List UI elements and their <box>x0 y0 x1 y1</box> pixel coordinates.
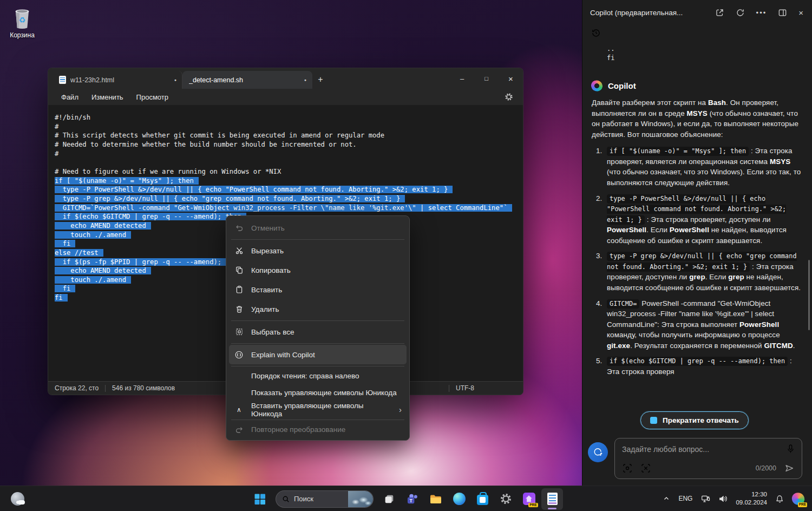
code-line: # <box>55 149 523 159</box>
search-input[interactable] <box>294 495 348 503</box>
context-menu-item-label: Explain with Copilot <box>251 351 315 359</box>
new-tab-button[interactable]: + <box>312 71 329 88</box>
edge-button[interactable] <box>448 488 470 510</box>
more-options-icon[interactable]: ••• <box>756 9 767 17</box>
context-menu-item[interactable]: Вставить <box>229 280 407 299</box>
taskbar-search[interactable] <box>276 490 374 508</box>
context-menu-item-label: Показать управляющие символы Юникода <box>251 389 397 397</box>
copilot-header: Copilot (предварительная... ••• × <box>582 0 812 25</box>
tab-strip: w11-23h2.html●_detect-amend.sh● <box>53 71 312 89</box>
context-menu-item-label: Копировать <box>251 266 291 274</box>
copilot-conversation: ..fi Copilot Давайте разберем этот скрип… <box>582 25 812 408</box>
notifications-bell-icon[interactable] <box>774 492 786 506</box>
delete-icon <box>234 305 244 313</box>
start-button[interactable] <box>249 488 271 510</box>
retry-icon <box>234 425 244 434</box>
snip-icon[interactable] <box>640 463 651 474</box>
notepad-taskbar-button[interactable] <box>541 488 563 510</box>
context-menu-item[interactable]: Порядок чтения: справа налево <box>229 368 407 384</box>
recycle-bin-icon: ♻ <box>10 4 35 30</box>
chat-input-box[interactable]: 0/2000 <box>614 438 802 479</box>
widgets-button[interactable] <box>6 488 28 509</box>
copilot-step: 5.if $(echo $GITCMD | grep -q -- --amend… <box>596 356 801 377</box>
select-all-icon <box>234 327 244 336</box>
cut-icon <box>234 246 244 255</box>
dev-home-button[interactable]: PRE <box>518 488 540 510</box>
teams-button[interactable]: T <box>402 488 423 510</box>
scrollbar-thumb[interactable] <box>808 260 810 330</box>
send-icon[interactable] <box>784 463 795 474</box>
context-menu-item-label: Повторное преобразование <box>251 425 345 434</box>
context-menu-item[interactable]: Вырезать <box>229 241 407 260</box>
copilot-footer: Прекратите отвечать 0/2000 <box>582 408 812 486</box>
taskbar: T <box>0 486 812 511</box>
menu-items: ФайлИзменитьПросмотр <box>55 91 175 103</box>
notepad-app-icon <box>547 493 558 505</box>
status-cursor-position: Строка 22, сто <box>55 384 99 392</box>
copilot-tray-button[interactable]: PRE <box>791 492 806 506</box>
file-explorer-button[interactable] <box>425 488 447 510</box>
context-menu: ОтменитьВырезатьКопироватьВставитьУдалит… <box>226 215 410 441</box>
network-icon[interactable] <box>699 492 712 506</box>
menu-separator <box>231 239 404 240</box>
settings-button[interactable] <box>495 488 516 510</box>
code-line: # Needed to determine whether the build … <box>55 140 523 149</box>
code-line: if [ "$(uname -o)" = "Msys" ]; then <box>55 176 523 186</box>
menu-Файл[interactable]: Файл <box>55 91 85 103</box>
store-button[interactable] <box>472 488 493 510</box>
copilot-bot-name: Copilot <box>608 81 636 90</box>
context-menu-item[interactable]: ∧Вставить управляющие символы Юникода› <box>229 401 407 418</box>
refresh-icon[interactable] <box>736 8 745 17</box>
context-menu-item[interactable]: Explain with Copilot <box>229 345 407 364</box>
volume-icon[interactable] <box>717 492 729 506</box>
menu-separator <box>231 420 404 420</box>
search-icon <box>282 495 290 503</box>
menu-separator <box>231 320 404 321</box>
weather-icon <box>11 492 24 506</box>
new-topic-button[interactable] <box>588 442 608 462</box>
copilot-steps: 1.if [ "$(uname -o)" = "Msys" ]; then : … <box>592 146 801 377</box>
minimize-button[interactable]: – <box>450 68 474 89</box>
split-panel-icon[interactable] <box>778 8 787 17</box>
tray-chevron-up-icon[interactable] <box>662 493 671 504</box>
recycle-bin[interactable]: ♻ Корзина <box>4 4 40 39</box>
copilot-intro: Давайте разберем этот скрипт на Bash. Он… <box>592 97 801 140</box>
chat-input[interactable] <box>622 445 787 454</box>
context-menu-item[interactable]: Выбрать все <box>229 322 407 342</box>
tab-2[interactable]: _detect-amend.sh● <box>182 71 312 89</box>
menu-Изменить[interactable]: Изменить <box>85 91 130 103</box>
language-indicator[interactable]: ENG <box>676 495 695 502</box>
maximize-button[interactable]: □ <box>474 68 499 89</box>
context-menu-item[interactable]: Удалить <box>229 299 407 319</box>
code-line: GITCMD=`PowerShell -command "Get-WmiObje… <box>55 204 523 213</box>
notepad-file-icon <box>59 76 66 84</box>
copilot-close-icon[interactable]: × <box>798 8 803 17</box>
mic-icon[interactable] <box>787 444 795 454</box>
context-menu-item: Повторное преобразование <box>229 421 407 438</box>
tab-1[interactable]: w11-23h2.html● <box>53 71 182 89</box>
undo-icon <box>234 224 244 232</box>
open-external-icon[interactable] <box>715 8 724 17</box>
stop-icon <box>650 417 657 424</box>
clock-date[interactable]: 12:30 09.02.2024 <box>734 490 769 507</box>
code-line: #!/bin/sh <box>55 113 523 122</box>
close-button[interactable]: × <box>499 68 523 89</box>
recycle-bin-label: Корзина <box>4 31 40 39</box>
code-line: type -P PowerShell &>/dev/null || { echo… <box>55 185 523 194</box>
desktop: ♻ Корзина w11-23h2.html●_detect-amend.sh… <box>0 0 812 511</box>
menu-Просмотр[interactable]: Просмотр <box>130 91 175 103</box>
tail-code-line: fi <box>607 54 801 63</box>
submenu-chevron-icon: › <box>399 405 402 414</box>
history-icon[interactable] <box>591 28 601 38</box>
context-menu-item[interactable]: Показать управляющие символы Юникода <box>229 384 407 401</box>
code-line <box>55 158 523 167</box>
code-line: type -P grep &>/dev/null || { echo "grep… <box>55 194 523 204</box>
context-menu-item[interactable]: Копировать <box>229 260 407 280</box>
screenshot-icon[interactable] <box>622 463 633 474</box>
copilot-panel: Copilot (предварительная... ••• × ..fi C… <box>582 0 812 486</box>
settings-gear-icon[interactable] <box>505 93 516 101</box>
task-view-icon <box>383 493 395 505</box>
copilot-title: Copilot (предварительная... <box>590 9 683 17</box>
stop-responding-button[interactable]: Прекратите отвечать <box>640 411 749 429</box>
task-view-button[interactable] <box>378 488 400 510</box>
